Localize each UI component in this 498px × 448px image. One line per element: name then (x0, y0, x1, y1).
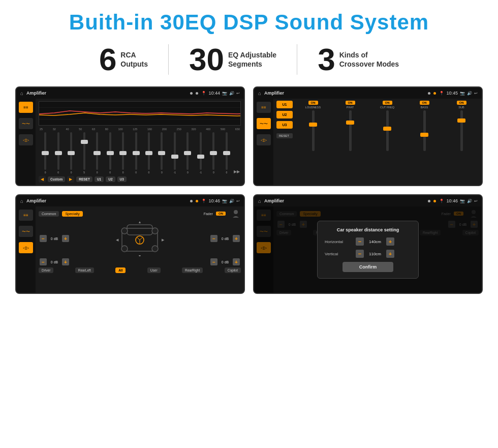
vol-fl-plus[interactable]: + (62, 235, 69, 242)
rearright-btn[interactable]: RearRight (182, 267, 203, 273)
rearleft-btn[interactable]: RearLeft (75, 267, 94, 273)
back-icon-4[interactable]: ↩ (474, 199, 478, 203)
sidebar-eq-btn-2[interactable]: ≡≡ (257, 102, 271, 113)
crossover-u2-btn[interactable]: U2 (276, 111, 293, 118)
eq-u1-btn[interactable]: U1 (95, 176, 104, 182)
phat-thumb[interactable] (346, 121, 354, 125)
eq-slider-10[interactable]: 0 (156, 132, 167, 174)
home-icon-4[interactable]: ⌂ (258, 198, 261, 204)
eq-slider-6[interactable]: 0 (104, 132, 115, 174)
cutfreq-on-badge[interactable]: ON (383, 101, 392, 105)
eq-thumb-1[interactable] (42, 151, 49, 155)
eq-track-15[interactable] (226, 132, 228, 170)
eq-slider-9[interactable]: 0 (143, 132, 154, 174)
sidebar-wave-btn[interactable]: 〜〜 (19, 118, 33, 129)
eq-slider-14[interactable]: 0 (208, 132, 219, 174)
loudness-track[interactable] (312, 110, 315, 151)
vol-rl-plus[interactable]: + (62, 258, 69, 265)
sub-track[interactable] (460, 110, 463, 151)
eq-slider-11[interactable]: -1 (169, 132, 180, 174)
eq-slider-13[interactable]: -1 (195, 132, 206, 174)
eq-track-5[interactable] (96, 132, 98, 170)
eq-thumb-11[interactable] (171, 155, 178, 159)
eq-thumb-12[interactable] (184, 151, 191, 155)
eq-slider-5[interactable]: 0 (91, 132, 103, 174)
user-btn[interactable]: User (147, 267, 161, 273)
vol-fr-plus[interactable]: + (233, 235, 240, 242)
eq-thumb-2[interactable] (55, 151, 62, 155)
eq-track-2[interactable] (57, 132, 59, 170)
eq-track-12[interactable] (186, 132, 189, 170)
cutfreq-track[interactable] (386, 110, 389, 151)
bass-thumb[interactable] (420, 133, 428, 137)
sub-on-badge[interactable]: ON (457, 101, 466, 105)
eq-track-7[interactable] (122, 132, 124, 170)
crossover-reset-btn[interactable]: RESET (276, 133, 293, 138)
horizontal-plus-btn[interactable]: + (386, 237, 394, 246)
eq-slider-15[interactable]: 0 (221, 132, 232, 174)
eq-slider-7[interactable]: 0 (117, 132, 129, 174)
tab-specialty[interactable]: Specialty (62, 211, 82, 217)
sidebar-wave-btn-2[interactable]: 〜〜 (257, 118, 271, 129)
eq-thumb-4[interactable] (81, 140, 88, 144)
copilot-btn[interactable]: Copilot (225, 267, 241, 273)
vertical-minus-btn[interactable]: − (356, 250, 364, 258)
eq-thumb-10[interactable] (158, 151, 165, 155)
eq-thumb-9[interactable] (145, 151, 152, 155)
eq-thumb-14[interactable] (210, 151, 217, 155)
sub-thumb[interactable] (457, 118, 465, 123)
eq-thumb-8[interactable] (133, 151, 140, 155)
sidebar-vol-btn-2[interactable]: ◁▷ (257, 134, 271, 145)
eq-slider-4[interactable]: 5 (78, 132, 89, 174)
sidebar-vol-btn-3[interactable]: ◁▷ (19, 242, 33, 253)
vertical-plus-btn[interactable]: + (386, 250, 394, 258)
eq-track-9[interactable] (148, 132, 150, 170)
loudness-thumb[interactable] (309, 123, 317, 127)
vol-rr-plus[interactable]: + (233, 258, 240, 265)
eq-thumb-3[interactable] (68, 151, 75, 155)
eq-more-icon[interactable]: ▶▶ (234, 169, 240, 174)
sidebar-eq-btn-3[interactable]: ≡≡ (19, 210, 33, 221)
vol-fl-minus[interactable]: − (40, 235, 47, 242)
eq-track-8[interactable] (135, 132, 137, 170)
phat-on-badge[interactable]: ON (346, 101, 355, 105)
fader-on-badge[interactable]: ON (216, 212, 226, 216)
eq-thumb-6[interactable] (107, 151, 114, 155)
vol-rr-minus[interactable]: − (210, 258, 217, 265)
sidebar-vol-btn[interactable]: ◁▷ (19, 134, 33, 145)
bass-on-badge[interactable]: ON (420, 101, 429, 105)
loudness-on-badge[interactable]: ON (308, 101, 318, 105)
back-icon-1[interactable]: ↩ (236, 91, 240, 96)
all-btn[interactable]: All (115, 267, 126, 273)
eq-track-11[interactable] (174, 132, 176, 170)
eq-u3-btn[interactable]: U3 (117, 176, 127, 182)
eq-u2-btn[interactable]: U2 (106, 176, 115, 182)
home-icon-1[interactable]: ⌂ (20, 91, 23, 96)
eq-track-4[interactable] (83, 132, 85, 170)
eq-prev-btn[interactable]: ◀ (39, 176, 46, 183)
eq-track-14[interactable] (212, 132, 214, 170)
crossover-u1-btn[interactable]: U1 (276, 101, 293, 108)
eq-slider-12[interactable]: 0 (182, 132, 193, 174)
crossover-u3-btn[interactable]: U3 (276, 121, 293, 129)
driver-btn[interactable]: Driver (39, 267, 53, 273)
bass-track[interactable] (423, 110, 426, 151)
eq-thumb-5[interactable] (94, 151, 101, 155)
eq-thumb-13[interactable] (197, 155, 204, 159)
eq-track-1[interactable] (44, 132, 46, 170)
tab-common[interactable]: Common (39, 211, 59, 217)
eq-thumb-15[interactable] (223, 151, 230, 155)
sidebar-eq-btn[interactable]: ≡≡ (19, 102, 33, 113)
eq-track-6[interactable] (109, 132, 111, 170)
sidebar-wave-btn-3[interactable]: 〜〜 (19, 226, 33, 237)
back-icon-3[interactable]: ↩ (236, 199, 240, 203)
horizontal-minus-btn[interactable]: − (356, 237, 364, 246)
eq-track-10[interactable] (161, 132, 163, 170)
home-icon-2[interactable]: ⌂ (258, 91, 261, 96)
eq-slider-2[interactable]: 0 (52, 132, 64, 174)
cutfreq-thumb[interactable] (383, 127, 391, 131)
phat-track[interactable] (349, 110, 352, 151)
eq-slider-1[interactable]: 0 (40, 132, 51, 174)
vol-rl-minus[interactable]: − (40, 258, 47, 265)
eq-track-13[interactable] (200, 132, 202, 170)
